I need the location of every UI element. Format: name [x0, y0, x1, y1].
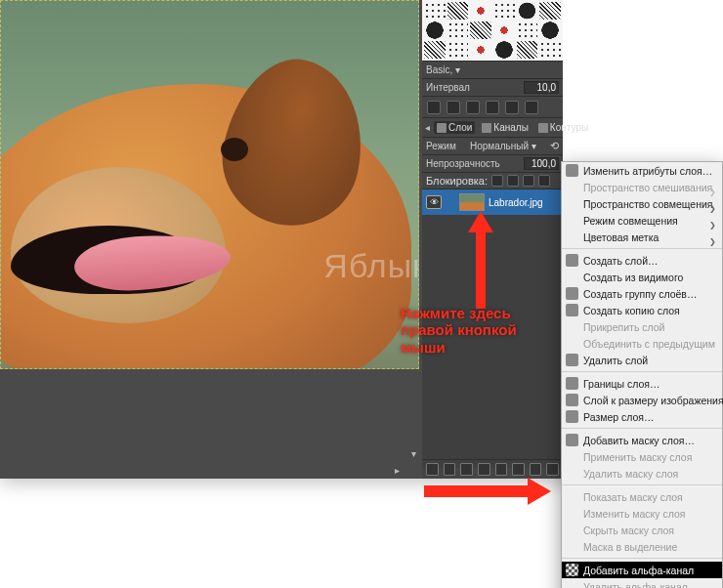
brush-edit-icon[interactable]	[427, 101, 441, 114]
lock-all-icon[interactable]	[538, 175, 550, 187]
lock-alpha-icon[interactable]	[523, 175, 534, 187]
mode-label: Режим	[426, 141, 456, 151]
ctx-blend-space[interactable]: Пространство смешивания	[562, 179, 722, 195]
ctx-show-mask: Показать маску слоя	[562, 488, 722, 505]
mode-select[interactable]: Нормальный	[470, 141, 536, 151]
brush-toolbar	[422, 96, 563, 117]
layer-name: Labrador.jpg	[489, 197, 543, 208]
ctx-delete-mask: Удалить маску слоя	[562, 465, 722, 482]
brush-new-icon[interactable]	[447, 101, 460, 114]
ctx-apply-mask: Применить маску слоя	[562, 448, 722, 465]
ctx-separator	[562, 428, 722, 429]
opacity-input[interactable]	[524, 157, 559, 170]
ctx-add-alpha[interactable]: Добавить альфа-канал	[562, 562, 722, 578]
layers-toolbar	[422, 459, 563, 479]
brush-dup-icon[interactable]	[466, 101, 480, 114]
tab-layers[interactable]: Слои	[434, 121, 475, 134]
brush-interval-row: Интервал	[422, 78, 563, 96]
canvas-area: Яблык ▾ ▸	[0, 0, 422, 479]
ctx-new-layer[interactable]: Создать слой…	[562, 252, 722, 269]
ctx-scale[interactable]: Размер слоя…	[562, 408, 722, 425]
delete-layer-icon[interactable]	[546, 463, 559, 476]
ctx-separator	[562, 371, 722, 372]
visibility-toggle-icon[interactable]	[426, 195, 442, 209]
lower-layer-icon[interactable]	[478, 463, 490, 476]
dock-tabs: ◂ Слои Каналы Контуры	[422, 117, 563, 137]
mode-reset-icon[interactable]: ⟲	[550, 140, 559, 152]
ctx-delete[interactable]: Удалить слой	[562, 352, 722, 368]
ctx-new-from-visible[interactable]: Создать из видимого	[562, 269, 722, 285]
ctx-hide-mask: Скрыть маску слоя	[562, 522, 722, 538]
watermark: Яблык	[323, 247, 419, 285]
ctx-separator	[562, 558, 722, 559]
tab-paths[interactable]: Контуры	[535, 121, 591, 134]
new-group-icon[interactable]	[444, 463, 456, 476]
scroll-right-icon[interactable]: ▸	[391, 464, 403, 476]
ctx-separator	[562, 484, 722, 485]
blend-mode-row: Режим Нормальный ⟲	[422, 137, 563, 154]
ctx-edit-attrs[interactable]: Изменить атрибуты слоя…	[562, 162, 722, 179]
brush-refresh-icon[interactable]	[505, 101, 519, 114]
tab-channels[interactable]: Каналы	[479, 121, 532, 134]
ctx-remove-alpha: Удалить альфа-канал	[562, 578, 722, 588]
ctx-new-group[interactable]: Создать группу слоёв…	[562, 285, 722, 302]
ctx-merge-down: Объединить с предыдущим	[562, 335, 722, 352]
new-layer-icon[interactable]	[426, 463, 439, 476]
mask-icon[interactable]	[530, 463, 542, 476]
lock-pixels-icon[interactable]	[491, 175, 503, 187]
ctx-add-mask[interactable]: Добавить маску слоя…	[562, 432, 722, 448]
right-panel: Basic, Интервал ◂ Слои Каналы Контуры Ре…	[422, 0, 563, 479]
annotation-callout: Нажмите здесь правой кнопкой мыши	[401, 305, 517, 356]
opacity-label: Непрозрачность	[426, 158, 500, 169]
brush-preset-name: Basic,	[426, 64, 460, 75]
ctx-composite-mode[interactable]: Режим совмещения	[562, 212, 722, 229]
dog-illustration	[221, 138, 248, 161]
ctx-edit-mask: Изменить маску слоя	[562, 505, 722, 522]
brush-preset-grid[interactable]	[422, 0, 563, 61]
lock-position-icon[interactable]	[507, 175, 519, 187]
ctx-separator	[562, 248, 722, 249]
interval-input[interactable]	[524, 81, 559, 94]
image-frame[interactable]: Яблык	[0, 0, 419, 369]
lock-row: Блокировка:	[422, 172, 563, 189]
brush-open-icon[interactable]	[525, 101, 538, 114]
layer-thumbnail[interactable]	[459, 193, 485, 211]
scroll-down-icon[interactable]: ▾	[407, 447, 419, 459]
ctx-mask-to-sel: Маска в выделение	[562, 538, 722, 555]
brush-del-icon[interactable]	[486, 101, 499, 114]
ctx-anchor: Прикрепить слой	[562, 318, 722, 335]
interval-label: Интервал	[426, 82, 470, 93]
merge-down-icon[interactable]	[512, 463, 525, 476]
ctx-duplicate[interactable]: Создать копию слоя	[562, 302, 722, 318]
layer-context-menu: Изменить атрибуты слоя… Пространство сме…	[561, 161, 723, 588]
raise-layer-icon[interactable]	[460, 463, 473, 476]
ctx-to-image-size[interactable]: Слой к размеру изображения	[562, 392, 722, 408]
opacity-row: Непрозрачность	[422, 154, 563, 172]
duplicate-layer-icon[interactable]	[495, 463, 508, 476]
brush-preset-select[interactable]: Basic,	[422, 61, 563, 78]
ctx-boundary[interactable]: Границы слоя…	[562, 375, 722, 392]
ctx-color-tag[interactable]: Цветовая метка	[562, 229, 722, 245]
link-toggle-icon[interactable]	[446, 197, 455, 207]
lock-label: Блокировка:	[426, 175, 488, 187]
ctx-composite-space[interactable]: Пространство совмещения	[562, 195, 722, 212]
